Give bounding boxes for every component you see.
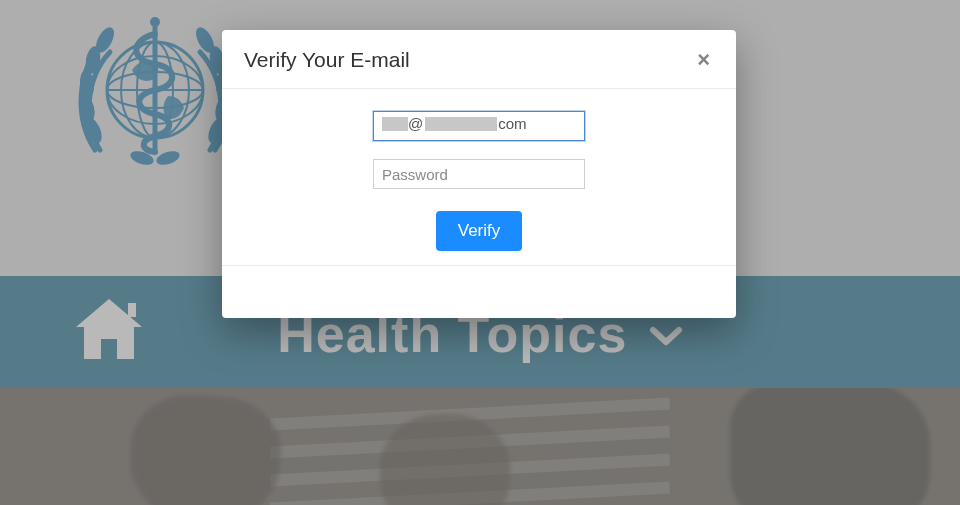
email-input[interactable]: @com bbox=[373, 111, 585, 141]
email-tld: com bbox=[498, 115, 526, 132]
verify-button[interactable]: Verify bbox=[436, 211, 523, 251]
redacted-local-part bbox=[382, 117, 408, 131]
modal-footer bbox=[222, 265, 736, 318]
verify-email-modal: Verify Your E-mail × @com Verify bbox=[222, 30, 736, 318]
modal-title: Verify Your E-mail bbox=[244, 48, 410, 72]
redacted-domain bbox=[425, 117, 497, 131]
password-input[interactable] bbox=[373, 159, 585, 189]
email-at: @ bbox=[408, 115, 423, 132]
modal-close-button[interactable]: × bbox=[693, 49, 714, 71]
